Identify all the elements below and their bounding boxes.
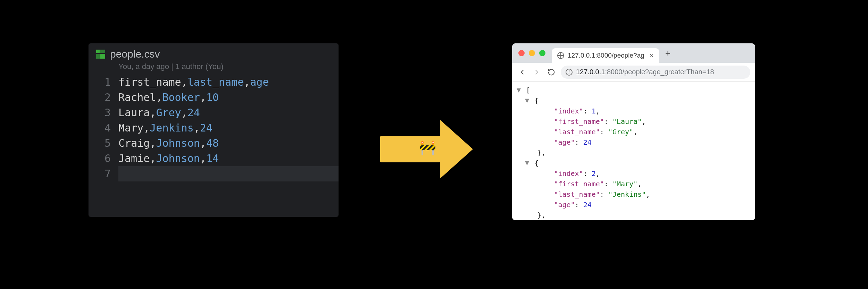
json-line: ▼ [ xyxy=(516,85,751,95)
window-close-button[interactable] xyxy=(518,50,525,56)
json-line: "first_name": "Laura", xyxy=(516,116,751,127)
address-bar[interactable]: i 127.0.0.1:8000/people?age_greaterThan=… xyxy=(561,66,750,79)
line-number-gutter: 1234567 xyxy=(89,75,118,181)
globe-icon xyxy=(557,52,564,59)
browser-toolbar: i 127.0.0.1:8000/people?age_greaterThan=… xyxy=(512,63,755,82)
line-number: 7 xyxy=(89,166,111,181)
window-zoom-button[interactable] xyxy=(539,50,545,56)
code-line[interactable]: Jamie,Johnson,14 xyxy=(118,151,339,166)
code-line[interactable]: Laura,Grey,24 xyxy=(118,105,339,120)
arrow-head-icon xyxy=(440,120,473,179)
code-line[interactable]: Rachel,Booker,10 xyxy=(118,90,339,105)
forward-button[interactable] xyxy=(532,67,542,77)
editor-titlebar: people.csv xyxy=(89,43,339,61)
url-host: 127.0.0.1 xyxy=(576,68,605,76)
git-blame-annotation: You, a day ago | 1 author (You) xyxy=(89,61,339,75)
tab-strip: 127.0.0.1:8000/people?age_gr × + xyxy=(512,43,755,63)
stage: people.csv You, a day ago | 1 author (Yo… xyxy=(0,0,868,289)
url-path: :8000/people?age_greaterThan=18 xyxy=(605,68,714,76)
url-text: 127.0.0.1:8000/people?age_greaterThan=18 xyxy=(576,68,714,76)
code-line[interactable]: Mary,Jenkins,24 xyxy=(118,120,339,136)
json-line: "last_name": "Grey", xyxy=(516,127,751,137)
new-tab-button[interactable]: + xyxy=(663,48,673,58)
json-line: }, xyxy=(516,147,751,158)
line-number: 3 xyxy=(89,105,111,120)
construction-emoji-icon: 🚧 xyxy=(419,141,436,154)
tab-close-button[interactable]: × xyxy=(650,52,654,60)
site-info-icon[interactable]: i xyxy=(566,69,573,76)
browser-window: 127.0.0.1:8000/people?age_gr × + i 127.0… xyxy=(512,43,755,220)
line-number: 6 xyxy=(89,151,111,166)
disclosure-triangle-icon[interactable]: ▼ xyxy=(525,95,529,105)
json-line: ▼ { xyxy=(516,95,751,106)
json-line: "age": 24 xyxy=(516,137,751,147)
line-number: 1 xyxy=(89,75,111,90)
json-line: "last_name": "Jenkins", xyxy=(516,189,751,199)
code-line[interactable]: Craig,Johnson,48 xyxy=(118,136,339,151)
code-content[interactable]: first_name,last_name,ageRachel,Booker,10… xyxy=(118,75,339,181)
line-number: 2 xyxy=(89,90,111,105)
arrow-left-icon xyxy=(518,68,526,76)
json-line: "index": 2, xyxy=(516,168,751,179)
disclosure-triangle-icon[interactable]: ▼ xyxy=(516,85,521,95)
reload-button[interactable] xyxy=(546,67,557,77)
json-line: ▼ { xyxy=(516,158,751,168)
json-line: }, xyxy=(516,210,751,220)
transform-arrow: 🚧 xyxy=(380,120,474,179)
line-number: 4 xyxy=(89,120,111,136)
json-line: "first_name": "Mary", xyxy=(516,179,751,189)
code-line[interactable] xyxy=(118,166,339,181)
arrow-right-icon xyxy=(533,68,541,76)
back-button[interactable] xyxy=(517,67,527,77)
line-number: 5 xyxy=(89,136,111,151)
code-area[interactable]: 1234567 first_name,last_name,ageRachel,B… xyxy=(89,75,339,181)
reload-icon xyxy=(548,68,555,76)
disclosure-triangle-icon[interactable]: ▼ xyxy=(525,158,529,168)
editor-filename: people.csv xyxy=(110,48,160,60)
browser-tab[interactable]: 127.0.0.1:8000/people?age_gr × xyxy=(552,48,659,63)
window-controls xyxy=(516,50,548,56)
tab-title: 127.0.0.1:8000/people?age_gr xyxy=(568,52,644,59)
csv-file-icon xyxy=(96,50,105,59)
window-minimize-button[interactable] xyxy=(529,50,535,56)
code-line[interactable]: first_name,last_name,age xyxy=(118,75,339,90)
response-viewport[interactable]: ▼ [ ▼ { "index": 1, "first_name": "Laura… xyxy=(512,82,755,220)
code-editor: people.csv You, a day ago | 1 author (Yo… xyxy=(89,43,339,217)
json-line: "age": 24 xyxy=(516,199,751,210)
json-line: "index": 1, xyxy=(516,106,751,116)
